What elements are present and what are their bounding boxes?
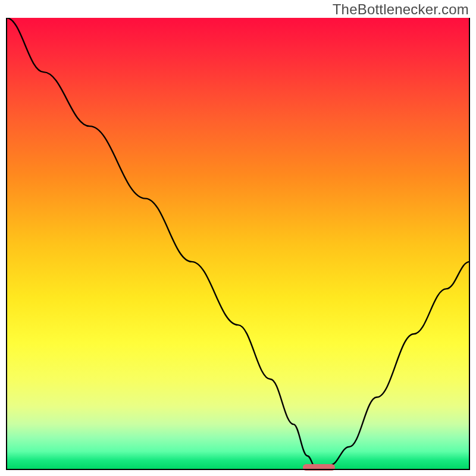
curve-path: [7, 18, 469, 469]
axis-left: [6, 18, 7, 470]
axis-bottom: [6, 469, 470, 470]
bottleneck-curve: [7, 18, 469, 469]
axis-right: [469, 18, 470, 470]
watermark-text: TheBottlenecker.com: [333, 1, 469, 18]
bottleneck-chart: TheBottlenecker.com: [0, 0, 476, 476]
plot-area: [7, 18, 469, 469]
